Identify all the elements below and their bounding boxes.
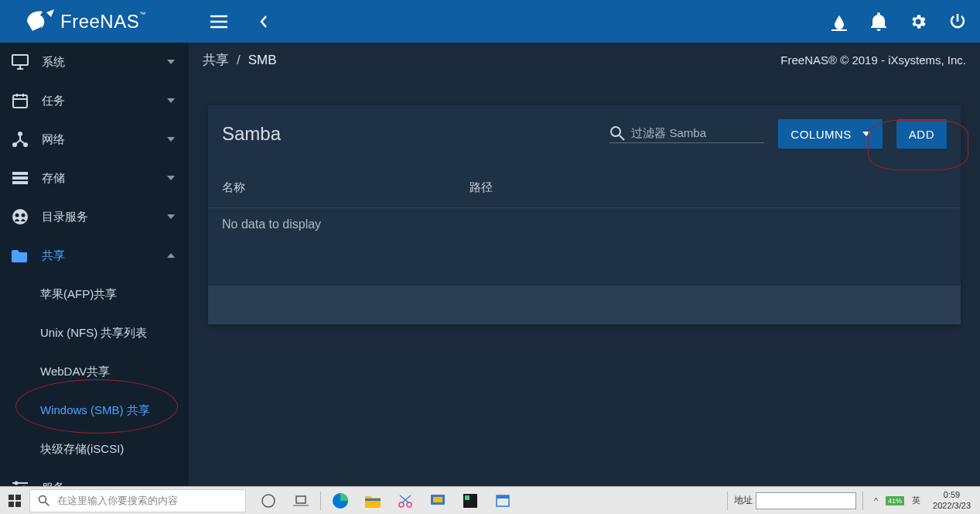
sidebar-item-services[interactable]: 服务 xyxy=(0,468,189,486)
folder-share-icon xyxy=(11,246,29,265)
ime-lang[interactable]: 英 xyxy=(912,495,920,506)
filter-input[interactable] xyxy=(631,126,764,139)
svg-rect-8 xyxy=(12,181,28,184)
monitor-icon xyxy=(11,53,29,71)
table-body: No data to display xyxy=(208,207,961,286)
logo-area: FreeNAS™ xyxy=(0,8,189,35)
columns-button[interactable]: COLUMNS xyxy=(778,119,883,149)
menu-toggle-button[interactable] xyxy=(208,11,230,33)
samba-card: Samba COLUMNS ADD 名称 路径 xyxy=(208,105,961,324)
svg-point-15 xyxy=(611,127,620,136)
sidebar-item-directory-services[interactable]: 目录服务 xyxy=(0,197,189,236)
freenas-logo-icon xyxy=(23,8,54,35)
th-name[interactable]: 名称 xyxy=(222,180,470,195)
power-icon[interactable] xyxy=(949,13,966,30)
sidebar-item-network[interactable]: 网络 xyxy=(0,120,189,159)
search-icon xyxy=(610,125,625,141)
sidebar-sub-afp[interactable]: 苹果(AFP)共享 xyxy=(0,275,189,314)
empty-state-text: No data to display xyxy=(222,218,321,231)
svg-rect-0 xyxy=(831,29,847,31)
network-icon xyxy=(11,130,29,149)
svg-rect-6 xyxy=(12,172,28,175)
svg-rect-30 xyxy=(465,495,470,500)
svg-point-9 xyxy=(12,209,28,224)
snip-icon[interactable] xyxy=(389,487,422,515)
taskbar-search-input[interactable] xyxy=(57,495,245,506)
address-bar-wrap: 地址 xyxy=(724,492,869,510)
search-icon xyxy=(38,495,50,506)
start-button[interactable] xyxy=(0,487,29,515)
svg-rect-28 xyxy=(433,497,442,502)
svg-point-3 xyxy=(18,132,22,136)
table-header: 名称 路径 xyxy=(208,167,961,207)
pycharm-icon[interactable] xyxy=(454,487,487,515)
card-footer xyxy=(208,286,961,324)
theme-icon[interactable] xyxy=(830,12,849,31)
sidebar-sub-iscsi[interactable]: 块级存储(iSCSI) xyxy=(0,430,189,468)
svg-rect-16 xyxy=(9,495,14,500)
explorer-icon[interactable] xyxy=(357,487,389,515)
sidebar-sub-smb[interactable]: Windows (SMB) 共享 xyxy=(0,391,189,430)
chevron-down-icon xyxy=(167,60,175,64)
svg-rect-2 xyxy=(13,95,27,108)
svg-rect-24 xyxy=(365,499,381,501)
sidebar-item-storage[interactable]: 存储 xyxy=(0,159,189,197)
task-view-icon[interactable] xyxy=(285,487,317,515)
svg-rect-7 xyxy=(12,176,28,180)
svg-rect-19 xyxy=(15,502,21,507)
add-button[interactable]: ADD xyxy=(896,119,947,149)
taskbar-search[interactable] xyxy=(29,489,246,512)
svg-point-12 xyxy=(15,481,19,485)
vm-icon[interactable] xyxy=(422,487,454,515)
sidebar-item-tasks[interactable]: 任务 xyxy=(0,81,189,120)
svg-point-11 xyxy=(22,214,26,218)
copyright-text: FreeNAS® © 2019 - iXsystems, Inc. xyxy=(780,53,966,67)
directory-services-icon xyxy=(11,207,29,226)
calendar-icon xyxy=(11,91,29,110)
svg-rect-32 xyxy=(497,495,509,499)
sidebar-item-system[interactable]: 系统 xyxy=(0,43,189,81)
address-bar-input[interactable] xyxy=(756,492,856,509)
battery-icon[interactable]: 41% xyxy=(886,496,904,505)
chevron-up-icon xyxy=(167,253,175,258)
chevron-down-icon xyxy=(167,98,175,103)
storage-icon xyxy=(11,169,29,187)
addr-label: 地址 xyxy=(734,494,753,507)
svg-rect-18 xyxy=(9,502,14,507)
windows-taskbar: 地址 ^ 41% 英 0:59 2022/3/23 xyxy=(0,486,980,514)
svg-rect-1 xyxy=(12,55,28,65)
th-path[interactable]: 路径 xyxy=(470,180,730,195)
app-icon[interactable] xyxy=(487,487,519,515)
breadcrumb-smb: SMB xyxy=(248,53,277,68)
breadcrumb-sharing[interactable]: 共享 xyxy=(203,51,229,69)
edge-icon[interactable] xyxy=(324,487,357,515)
breadcrumb: 共享 / SMB FreeNAS® © 2019 - iXsystems, In… xyxy=(189,43,980,77)
sidebar-sub-webdav[interactable]: WebDAV共享 xyxy=(0,352,189,391)
cortana-icon[interactable] xyxy=(252,487,285,515)
chevron-down-icon xyxy=(167,176,175,180)
svg-rect-22 xyxy=(296,496,306,503)
chevron-down-icon xyxy=(167,214,175,219)
card-title: Samba xyxy=(222,123,281,145)
chevron-down-icon xyxy=(862,132,870,136)
sidebar-sub-nfs[interactable]: Unix (NFS) 共享列表 xyxy=(0,314,189,352)
system-tray: ^ 41% 英 0:59 2022/3/23 xyxy=(869,490,980,510)
main-content: Samba COLUMNS ADD 名称 路径 xyxy=(189,77,980,486)
notifications-icon[interactable] xyxy=(870,12,887,31)
svg-rect-17 xyxy=(15,495,21,500)
top-bar: FreeNAS™ xyxy=(0,0,980,43)
sidebar: 系统 任务 网络 存储 目录服务 共享 苹果(AFP)共享 Unix (NFS)… xyxy=(0,43,189,486)
svg-point-20 xyxy=(39,496,46,503)
sidebar-item-sharing[interactable]: 共享 xyxy=(0,236,189,275)
tune-icon xyxy=(11,478,29,486)
settings-icon[interactable] xyxy=(909,12,927,31)
logo-text: FreeNAS™ xyxy=(60,11,146,33)
svg-point-10 xyxy=(15,214,19,218)
svg-point-21 xyxy=(262,495,275,507)
clock[interactable]: 0:59 2022/3/23 xyxy=(928,490,975,510)
tray-up-icon[interactable]: ^ xyxy=(874,496,878,505)
back-button[interactable] xyxy=(253,11,275,33)
filter-wrap xyxy=(610,125,764,143)
chevron-down-icon xyxy=(167,137,175,142)
